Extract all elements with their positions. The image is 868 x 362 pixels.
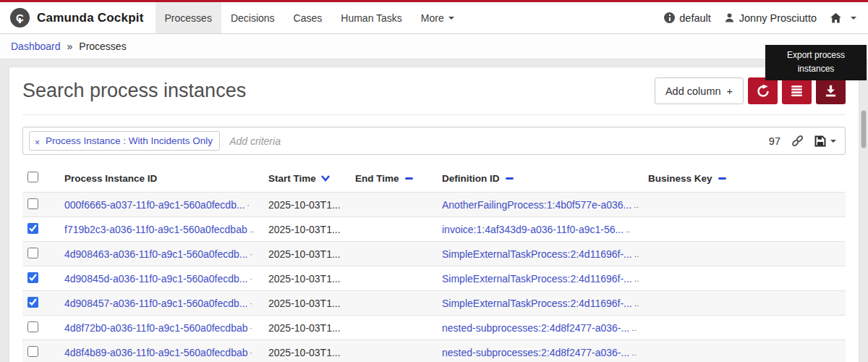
truncation-dots: ‥: [626, 226, 631, 234]
save-search-button[interactable]: [814, 135, 836, 147]
filter-tag[interactable]: × Process Instance : With Incidents Only: [29, 131, 220, 151]
table-row: 000f6665-a037-11f0-a9c1-560a0fecdb...· 2…: [22, 193, 846, 217]
page: Search process instances Add column +: [0, 59, 868, 362]
business-key-cell: [648, 340, 846, 362]
add-criteria-placeholder[interactable]: Add criteria: [229, 135, 769, 147]
table-row: 4d8f72b0-a036-11f0-a9c1-560a0fecdbab· 20…: [22, 316, 846, 340]
business-key-cell: [648, 291, 846, 316]
copy-link-button[interactable]: [791, 135, 804, 147]
user-icon: [724, 12, 735, 23]
end-time-cell: [355, 316, 442, 340]
download-icon: [825, 85, 837, 97]
home-icon: [830, 12, 842, 24]
engine-name: default: [679, 12, 711, 24]
sort-neutral-icon: [405, 177, 413, 180]
list-icon: [791, 85, 803, 97]
row-checkbox[interactable]: [27, 248, 38, 258]
definition-link[interactable]: nested-subprocesses:2:4d8f2477-a036-...: [442, 347, 629, 358]
page-title: Search process instances: [22, 79, 246, 102]
chevron-down-icon: [851, 17, 856, 20]
camunda-logo-icon: C: [10, 8, 30, 28]
process-instance-link[interactable]: 4d8f4b89-a036-11f0-a9c1-560a0fecdbab: [64, 347, 248, 358]
process-instance-link[interactable]: f719b2c3-a036-11f0-a9c1-560a0fecdbab: [64, 224, 247, 235]
business-key-cell: [648, 316, 846, 340]
chevron-down-icon: [448, 17, 454, 20]
row-checkbox[interactable]: [27, 198, 38, 209]
truncation-dots: ·: [250, 300, 252, 308]
definition-link[interactable]: SimpleExternalTaskProcess:2:4d11696f-...: [442, 248, 632, 260]
card-header: Search process instances Add column +: [22, 67, 846, 104]
sort-neutral-icon: [506, 177, 514, 180]
floppy-save-icon: [814, 135, 826, 147]
definition-link[interactable]: SimpleExternalTaskProcess:2:4d11696f-...: [442, 273, 632, 285]
definition-link[interactable]: invoice:1:4af343d9-a036-11f0-a9c1-56...: [442, 224, 624, 235]
start-time-cell: 2025-10-03T1...: [268, 242, 355, 266]
row-checkbox[interactable]: [27, 272, 38, 283]
result-count: 97: [769, 135, 780, 147]
remove-filter-icon[interactable]: ×: [35, 138, 40, 147]
truncation-dots: ·: [250, 251, 252, 258]
process-search-card: Search process instances Add column +: [9, 67, 859, 362]
brand[interactable]: C Camunda Cockpit: [10, 2, 144, 33]
column-header-process-instance-id[interactable]: Process Instance ID: [64, 164, 268, 193]
column-header-definition-id[interactable]: Definition ID: [442, 164, 648, 193]
end-time-cell: [355, 217, 442, 242]
search-filter-bar[interactable]: × Process Instance : With Incidents Only…: [22, 127, 846, 155]
row-checkbox[interactable]: [27, 297, 38, 308]
truncation-dots: ·: [250, 349, 252, 357]
user-name: Jonny Prosciutto: [739, 12, 817, 24]
start-time-cell: 2025-10-03T1...: [268, 291, 355, 316]
nav-tab-processes[interactable]: Processes: [156, 2, 221, 33]
business-key-cell: [648, 266, 846, 291]
main-nav: Processes Decisions Cases Human Tasks Mo…: [156, 2, 464, 33]
nav-tab-decisions[interactable]: Decisions: [221, 2, 284, 33]
add-column-button[interactable]: Add column +: [655, 77, 744, 104]
definition-link[interactable]: AnotherFailingProcess:1:4b0f577e-a036...: [442, 199, 631, 211]
scrollbar-thumb[interactable]: [861, 110, 867, 148]
info-icon: [664, 12, 675, 23]
truncation-dots: ‥: [250, 226, 255, 234]
home-menu[interactable]: [830, 12, 856, 24]
navbar-right: default Jonny Prosciutto: [664, 2, 868, 33]
end-time-cell: [355, 242, 442, 266]
nav-tab-cases[interactable]: Cases: [284, 2, 332, 33]
row-checkbox[interactable]: [27, 223, 38, 234]
export-button[interactable]: [816, 77, 846, 104]
chevron-down-icon: [830, 140, 836, 143]
end-time-cell: [355, 291, 442, 316]
refresh-button[interactable]: [748, 77, 778, 104]
truncation-dots: ‥: [634, 201, 639, 209]
breadcrumb: Dashboard » Processes: [0, 34, 868, 59]
column-header-start-time[interactable]: Start Time: [268, 164, 355, 193]
table-row: 4d90845d-a036-11f0-a9c1-560a0fecdb...· 2…: [22, 266, 846, 291]
truncation-dots: ·: [247, 201, 250, 209]
truncation-dots: ‥: [634, 275, 639, 283]
column-header-end-time[interactable]: End Time: [355, 164, 442, 193]
breadcrumb-separator: »: [67, 41, 73, 52]
process-instance-link[interactable]: 4d8f72b0-a036-11f0-a9c1-560a0fecdbab: [64, 322, 248, 334]
row-checkbox[interactable]: [27, 346, 38, 357]
breadcrumb-current: Processes: [79, 41, 126, 52]
filter-right-controls: 97: [769, 135, 836, 147]
user-menu[interactable]: Jonny Prosciutto: [724, 12, 817, 24]
definition-link[interactable]: nested-subprocesses:2:4d8f2477-a036-...: [442, 322, 629, 334]
column-header-business-key[interactable]: Business Key: [648, 164, 846, 193]
process-instance-link[interactable]: 000f6665-a037-11f0-a9c1-560a0fecdb...: [64, 199, 245, 211]
sort-desc-icon: [320, 174, 331, 182]
list-view-button[interactable]: [782, 77, 812, 104]
truncation-dots: ·: [250, 324, 252, 332]
engine-select[interactable]: default: [664, 12, 711, 24]
process-instance-link[interactable]: 4d90845d-a036-11f0-a9c1-560a0fecdb...: [64, 273, 248, 285]
process-instance-link[interactable]: 4d908463-a036-11f0-a9c1-560a0fecdb...: [64, 248, 248, 260]
select-all-checkbox[interactable]: [27, 172, 38, 182]
nav-tab-human-tasks[interactable]: Human Tasks: [331, 2, 412, 33]
plus-icon: +: [727, 85, 733, 97]
row-checkbox[interactable]: [27, 321, 38, 332]
breadcrumb-link-dashboard[interactable]: Dashboard: [11, 41, 61, 52]
end-time-cell: [355, 266, 442, 291]
definition-link[interactable]: SimpleExternalTaskProcess:2:4d11696f-...: [442, 298, 632, 309]
refresh-icon: [757, 85, 770, 98]
filter-tag-label: Process Instance : With Incidents Only: [46, 135, 213, 146]
process-instance-link[interactable]: 4d908457-a036-11f0-a9c1-560a0fecdb...: [64, 298, 248, 309]
nav-tab-more[interactable]: More: [412, 2, 464, 33]
